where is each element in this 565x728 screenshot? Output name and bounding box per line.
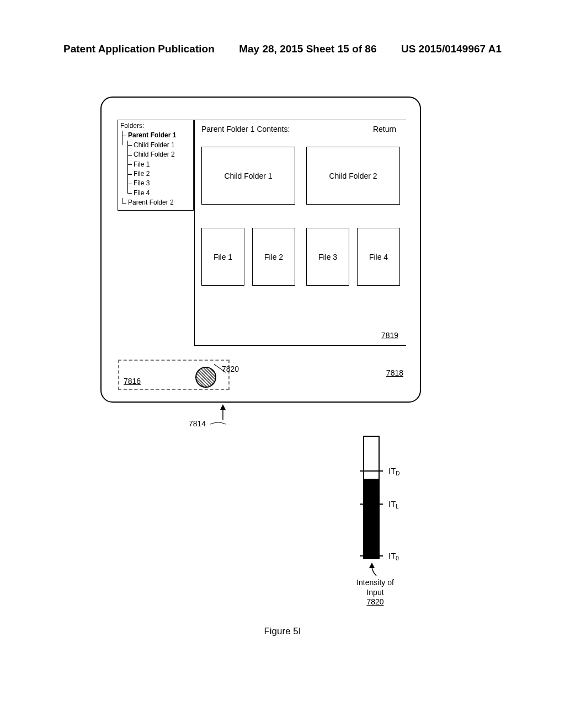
label-itd: ITD [388, 466, 400, 475]
tree-child-folder-1[interactable]: Child Folder 1 [126, 141, 191, 150]
reference-7816: 7816 [124, 377, 141, 386]
label-itl: ITL [388, 499, 399, 508]
content-title: Parent Folder 1 Contents: [201, 125, 290, 133]
content-pane: Parent Folder 1 Contents: Return Child F… [194, 120, 406, 346]
device-frame: Folders: Parent Folder 1 Child Folder 1 … [100, 97, 421, 403]
tree-file-2[interactable]: File 2 [126, 169, 191, 179]
tree-file-1[interactable]: File 1 [126, 160, 191, 169]
page-header: Patent Application Publication May 28, 2… [0, 43, 565, 55]
sidebar-title: Folders: [120, 121, 191, 131]
figure-label: Figure 5I [0, 626, 565, 637]
arrow-to-meter-icon [369, 561, 380, 579]
tree-parent-folder-1[interactable]: Parent Folder 1 [120, 131, 191, 140]
tree-file-4[interactable]: File 4 [126, 189, 191, 198]
folder-child-1[interactable]: Child Folder 1 [201, 147, 295, 205]
file-2[interactable]: File 2 [252, 228, 295, 286]
tick-itl [360, 504, 383, 505]
reference-7814: 7814 [189, 419, 227, 428]
file-4[interactable]: File 4 [357, 228, 400, 286]
svg-marker-0 [220, 404, 226, 410]
folder-child-2[interactable]: Child Folder 2 [306, 147, 400, 205]
intensity-meter: ITD ITL IT0 Intensity of Input 7820 [358, 436, 424, 607]
meter-fill [364, 479, 379, 559]
tick-it0 [360, 555, 383, 556]
return-button[interactable]: Return [373, 125, 396, 133]
tree-parent-folder-2[interactable]: Parent Folder 2 [120, 198, 191, 207]
tick-itd [360, 470, 383, 472]
file-3[interactable]: File 3 [306, 228, 349, 286]
header-left: Patent Application Publication [63, 43, 215, 55]
folder-tree-sidebar: Folders: Parent Folder 1 Child Folder 1 … [118, 120, 194, 211]
reference-7819: 7819 [381, 331, 398, 340]
dock-strip: 7816 7820 [118, 360, 230, 390]
reference-7820: 7820 [222, 365, 239, 373]
tree-file-3[interactable]: File 3 [126, 179, 191, 188]
header-center: May 28, 2015 Sheet 15 of 86 [239, 43, 376, 55]
tree-child-folder-2[interactable]: Child Folder 2 [126, 150, 191, 159]
file-1[interactable]: File 1 [201, 228, 244, 286]
touch-contact-icon [195, 367, 216, 388]
reference-7818: 7818 [386, 368, 403, 377]
label-it0: IT0 [388, 551, 399, 560]
header-right: US 2015/0149967 A1 [401, 43, 502, 55]
intensity-caption: Intensity of Input 7820 [350, 578, 400, 607]
svg-marker-1 [369, 563, 375, 568]
